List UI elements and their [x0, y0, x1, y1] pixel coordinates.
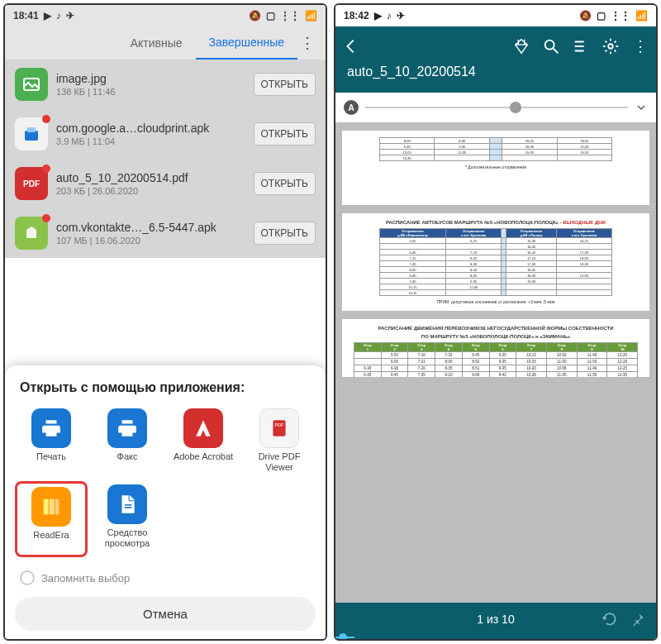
remember-label: Запомнить выбор [41, 572, 130, 584]
open-button[interactable]: ОТКРЫТЬ [254, 172, 316, 195]
document-title: auto_5_10_20200514 [342, 64, 649, 79]
overflow-menu-icon[interactable]: ⋮ [631, 37, 649, 55]
document-page-3: РАСПИСАНИЕ ДВИЖЕНИЯ ПЕРЕВОЗЧИКОВ НЕГОСУД… [342, 319, 649, 377]
tab-active[interactable]: Активные [117, 26, 196, 60]
reading-progress[interactable] [335, 636, 656, 639]
telegram-icon: ✈ [397, 10, 405, 21]
auto-brightness-icon[interactable]: A [344, 100, 359, 115]
rotate-icon[interactable] [602, 611, 618, 627]
open-with-sheet: Открыть с помощью приложения: Печать Фак… [5, 365, 326, 639]
pin-icon[interactable] [630, 611, 646, 627]
page-note: ПРИМ: допустимое отклонение от расписани… [354, 299, 638, 304]
document-icon [107, 484, 147, 524]
brightness-toolbar: A [335, 93, 656, 122]
tab-completed[interactable]: Завершенные [196, 26, 297, 60]
battery-icon: ▢ [266, 10, 275, 21]
open-button[interactable]: ОТКРЫТЬ [254, 222, 316, 245]
adobe-icon [183, 408, 223, 448]
app-label: Средство просмотра [94, 527, 160, 549]
svg-text:PDF: PDF [275, 422, 285, 427]
overflow-menu-icon[interactable]: ⋮ [297, 34, 317, 52]
signal-icon: 📶 [635, 10, 648, 21]
file-row[interactable]: PDF auto_5_10_20200514.pdf 203 КБ | 26.0… [5, 159, 326, 208]
file-meta: 107 МБ | 16.06.2020 [56, 236, 245, 246]
status-time: 18:42 [344, 10, 369, 21]
svg-rect-7 [55, 499, 59, 515]
app-adobe[interactable]: Adobe Acrobat [167, 405, 240, 476]
page-indicator[interactable]: 1 из 10 [477, 613, 514, 626]
tiktok-icon: ♪ [56, 10, 61, 21]
app-label: Факс [117, 451, 138, 473]
apk-file-icon [15, 217, 48, 250]
image-file-icon [15, 68, 48, 101]
file-meta: 138 КБ | 11:46 [56, 87, 245, 97]
app-fax[interactable]: Факс [91, 405, 164, 476]
search-icon[interactable] [542, 37, 560, 55]
document-viewport[interactable]: A 8-008-3018-0518-35 9-309-3018-3019-00 … [335, 93, 656, 603]
reader-appbar: ⋮ auto_5_10_20200514 [335, 26, 656, 93]
file-row[interactable]: com.google.a…cloudprint.apk 3,9 МБ | 11:… [5, 109, 326, 159]
printer-icon [31, 408, 71, 448]
svg-rect-2 [27, 127, 36, 132]
app-label: Adobe Acrobat [174, 451, 233, 473]
schedule-table: Отпр1Отпр2Отпр3Отпр4Отпр5Отпр6Отпр7Отпр8… [354, 342, 638, 377]
file-row[interactable]: com.vkontakte…_6.5-5447.apk 107 МБ | 16.… [5, 208, 326, 258]
svg-rect-6 [50, 499, 55, 515]
sheet-title: Открыть с помощью приложения: [15, 380, 316, 395]
app-drive-pdf[interactable]: PDF Drive PDF Viewer [243, 405, 316, 476]
pdf-file-icon: PDF [15, 167, 48, 200]
contents-icon[interactable] [572, 37, 590, 55]
app-readera[interactable]: ReadEra [15, 481, 88, 557]
tiktok-icon: ♪ [387, 10, 392, 21]
svg-rect-5 [44, 499, 49, 515]
radio-unchecked-icon[interactable] [20, 570, 35, 585]
file-row[interactable]: image.jpg 138 КБ | 11:46 ОТКРЫТЬ [5, 60, 326, 109]
schedule-table: Отправлениед.КВ г.НовополоцкОтправлениек… [379, 228, 612, 296]
svg-point-10 [545, 41, 554, 50]
svg-rect-9 [125, 507, 132, 508]
document-page-1: 8-008-3018-0518-35 9-309-3018-3019-00 10… [342, 131, 649, 205]
file-meta: 203 КБ | 26.06.2020 [56, 186, 245, 196]
open-button[interactable]: ОТКРЫТЬ [254, 73, 316, 96]
slider-thumb[interactable] [510, 102, 521, 113]
downloads-tabs: Активные Завершенные ⋮ [5, 26, 326, 60]
file-name: com.google.a…cloudprint.apk [56, 122, 245, 135]
apk-file-icon [15, 117, 48, 150]
premium-icon[interactable] [512, 37, 530, 55]
open-button[interactable]: ОТКРЫТЬ [254, 122, 316, 145]
app-label: ReadEra [33, 530, 69, 551]
reader-bottombar: 1 из 10 [335, 603, 656, 636]
svg-point-11 [608, 44, 613, 49]
file-name: image.jpg [56, 72, 245, 85]
drive-pdf-icon: PDF [259, 408, 299, 448]
back-icon[interactable] [342, 37, 360, 55]
right-phone-reader: 18:42 ▶ ♪ ✈ 🔕 ▢ ⋮⋮ 📶 ⋮ auto_5_10_2020051… [334, 3, 658, 641]
fax-icon [107, 408, 147, 448]
file-meta: 3,9 МБ | 11:04 [56, 136, 245, 146]
battery-icon: ▢ [597, 10, 606, 21]
youtube-icon: ▶ [44, 10, 51, 21]
chevron-down-icon[interactable] [635, 101, 648, 114]
readera-icon [31, 487, 71, 527]
settings-icon[interactable] [602, 37, 620, 55]
brightness-slider[interactable] [365, 107, 628, 108]
update-badge-icon [42, 214, 50, 222]
document-page-2: РАСПИСАНИЕ АВТОБУСОВ МАРШРУТА №5 «НОВОПО… [342, 213, 649, 311]
signal-icon: 📶 [305, 10, 317, 21]
wifi-icon: ⋮⋮ [611, 10, 630, 21]
page-subheading: ПО МАРШРУТУ №5 «НОВОПОЛОЦК-ПОЛОЦК» и «ЭК… [354, 334, 638, 339]
youtube-icon: ▶ [374, 10, 382, 21]
remember-choice[interactable]: Запомнить выбор [15, 564, 316, 592]
app-viewer[interactable]: Средство просмотра [91, 481, 164, 557]
file-name: com.vkontakte…_6.5-5447.apk [56, 221, 245, 234]
app-print[interactable]: Печать [15, 405, 88, 476]
telegram-icon: ✈ [66, 10, 74, 21]
page-heading: РАСПИСАНИЕ АВТОБУСОВ МАРШРУТА №5 «НОВОПО… [354, 220, 638, 225]
progress-thumb[interactable] [339, 633, 347, 641]
update-badge-icon [42, 165, 50, 173]
file-name: auto_5_10_20200514.pdf [56, 171, 245, 184]
cancel-button[interactable]: Отмена [15, 597, 316, 631]
app-label: Печать [36, 451, 66, 473]
app-label: Drive PDF Viewer [246, 451, 312, 473]
status-bar: 18:41 ▶ ♪ ✈ 🔕 ▢ ⋮⋮ 📶 [5, 5, 326, 26]
